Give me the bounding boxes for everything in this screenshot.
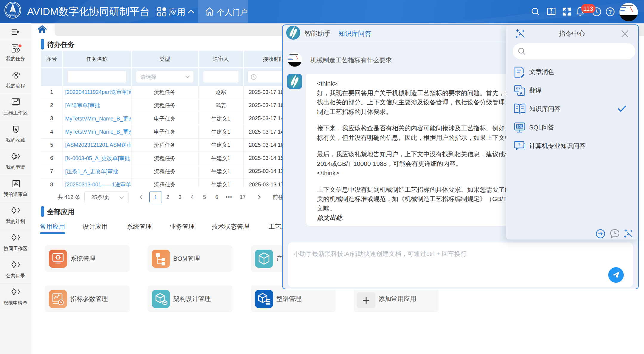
svg-text:?: ? — [609, 9, 612, 15]
svg-text:SQL: SQL — [517, 125, 523, 128]
svg-text:?: ? — [518, 142, 520, 147]
svg-text:A: A — [520, 91, 523, 95]
svg-text:中: 中 — [516, 86, 520, 91]
svg-text:CASC: CASC — [9, 13, 17, 16]
